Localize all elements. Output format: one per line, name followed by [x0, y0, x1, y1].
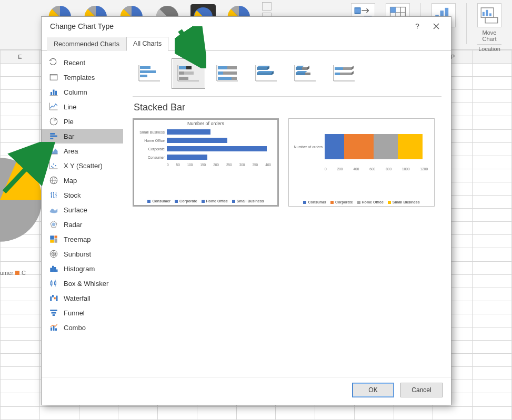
svg-rect-21: [485, 17, 498, 23]
svg-rect-65: [184, 71, 194, 75]
radar-icon: [49, 220, 58, 229]
subtype-clustered-bar[interactable]: [133, 58, 166, 89]
dialog-titlebar: Change Chart Type ?: [42, 17, 451, 36]
category-scatter[interactable]: X Y (Scatter): [42, 158, 123, 173]
svg-rect-77: [296, 73, 305, 75]
svg-rect-67: [218, 66, 227, 69]
tab-recommended-charts[interactable]: Recommended Charts: [47, 37, 126, 51]
category-treemap[interactable]: Treemap: [42, 232, 123, 247]
svg-rect-71: [218, 77, 232, 80]
category-sunburst[interactable]: Sunburst: [42, 247, 123, 261]
svg-rect-25: [51, 92, 52, 95]
pie-icon: [49, 117, 58, 126]
treemap-icon: [49, 234, 58, 244]
bar-icon: [49, 131, 58, 141]
background-chart-legend-fragment: umer C: [0, 270, 26, 276]
svg-rect-53: [50, 310, 57, 311]
svg-rect-69: [218, 71, 223, 75]
category-bar[interactable]: Bar: [42, 129, 123, 144]
category-radar[interactable]: Radar: [42, 217, 123, 232]
svg-rect-75: [296, 67, 302, 70]
category-funnel[interactable]: Funnel: [42, 305, 123, 320]
svg-rect-6: [355, 8, 360, 14]
subtype-100-stacked-bar[interactable]: [210, 58, 244, 89]
subtype-3d-100-stacked-bar[interactable]: [327, 58, 361, 89]
svg-rect-57: [53, 326, 55, 331]
category-label: Treemap: [64, 235, 91, 243]
boxwhisker-icon: [49, 279, 58, 288]
svg-rect-18: [483, 12, 485, 16]
svg-rect-73: [257, 67, 267, 70]
category-line[interactable]: Line: [42, 99, 123, 114]
svg-rect-39: [50, 235, 54, 240]
svg-rect-60: [140, 70, 156, 73]
category-label: Area: [64, 147, 78, 155]
svg-rect-50: [52, 295, 54, 298]
category-label: Histogram: [64, 265, 95, 273]
line-icon: [49, 102, 58, 111]
svg-rect-79: [335, 67, 343, 70]
svg-rect-29: [50, 133, 55, 135]
category-templates[interactable]: Templates: [42, 70, 123, 85]
subtype-title: Stacked Bar: [134, 102, 441, 113]
category-column[interactable]: Column: [42, 85, 123, 99]
chart-preview-2[interactable]: Number of orders 020040060080010001200: [288, 118, 435, 207]
svg-rect-72: [232, 77, 237, 80]
category-boxwhisker[interactable]: Box & Whisker: [42, 276, 123, 291]
map-icon: [49, 176, 58, 185]
svg-rect-20: [489, 13, 491, 16]
subtype-3d-stacked-bar[interactable]: [288, 58, 322, 89]
stock-icon: [49, 190, 58, 200]
surface-icon: [49, 205, 58, 214]
category-label: Waterfall: [64, 294, 91, 302]
svg-rect-63: [186, 66, 192, 69]
category-label: Combo: [64, 324, 86, 332]
svg-rect-52: [56, 296, 58, 302]
svg-rect-61: [140, 75, 147, 77]
category-label: Radar: [64, 221, 82, 229]
svg-rect-82: [340, 73, 352, 75]
category-histogram[interactable]: Histogram: [42, 261, 123, 276]
move-chart-button[interactable]: MoveChart Location: [477, 2, 501, 52]
svg-rect-58: [55, 329, 57, 331]
chart-preview-1[interactable]: Number of orders Small Business Home Off…: [133, 118, 279, 207]
category-combo[interactable]: Combo: [42, 320, 123, 335]
category-pie[interactable]: Pie: [42, 114, 123, 129]
category-waterfall[interactable]: Waterfall: [42, 291, 123, 305]
svg-rect-46: [52, 266, 54, 272]
svg-rect-24: [50, 75, 57, 76]
category-recent[interactable]: Recent: [42, 55, 123, 70]
chart-category-list: Recent Templates Column Line Pie Bar: [42, 51, 123, 377]
funnel-icon: [49, 308, 58, 317]
tab-all-charts[interactable]: All Charts: [126, 37, 168, 51]
category-label: Templates: [64, 74, 95, 81]
svg-rect-51: [54, 298, 56, 300]
subtype-stacked-bar[interactable]: [172, 58, 205, 89]
category-label: Pie: [64, 118, 74, 126]
category-label: Sunburst: [64, 250, 91, 258]
category-area[interactable]: Area: [42, 144, 123, 158]
category-label: Surface: [64, 206, 87, 214]
move-chart-label-1: Move: [483, 29, 497, 36]
svg-rect-19: [486, 10, 488, 16]
category-map[interactable]: Map: [42, 173, 123, 188]
svg-rect-81: [335, 73, 340, 75]
dialog-tabs: Recommended Charts All Charts: [42, 36, 451, 51]
combo-icon: [49, 323, 58, 332]
category-label: Column: [64, 88, 87, 96]
category-surface[interactable]: Surface: [42, 202, 123, 217]
column-icon: [49, 87, 58, 97]
subtype-3d-clustered-bar[interactable]: [249, 58, 283, 89]
cancel-button[interactable]: Cancel: [400, 383, 443, 397]
svg-rect-42: [50, 240, 54, 243]
help-button[interactable]: ?: [408, 18, 427, 34]
svg-point-32: [51, 166, 52, 167]
svg-rect-54: [52, 312, 56, 314]
close-button[interactable]: [427, 18, 446, 34]
svg-rect-40: [55, 235, 57, 238]
svg-rect-56: [51, 327, 52, 331]
ok-button[interactable]: OK: [352, 383, 394, 397]
waterfall-icon: [49, 293, 58, 303]
col-e-header: E: [1, 50, 40, 64]
category-stock[interactable]: Stock: [42, 188, 123, 202]
